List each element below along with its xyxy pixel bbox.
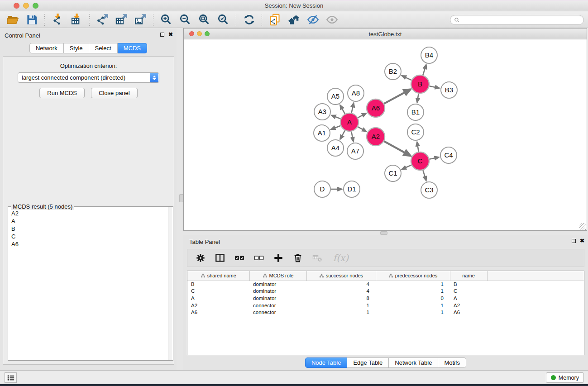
float-table-panel-icon[interactable] xyxy=(572,239,576,243)
table-options-button[interactable] xyxy=(193,251,208,265)
window-resize-grip[interactable] xyxy=(579,223,586,230)
import-table-button[interactable] xyxy=(69,13,84,26)
table-row[interactable]: Cdominator41C xyxy=(187,288,584,295)
graph-edge-A-A5[interactable] xyxy=(340,105,345,114)
table-row[interactable]: A2connector11A2 xyxy=(187,302,584,309)
zoom-selected-button[interactable] xyxy=(216,13,230,26)
table-row[interactable]: A6connector11A6 xyxy=(187,309,584,316)
tab-style[interactable]: Style xyxy=(64,43,89,53)
table-cell[interactable]: 1 xyxy=(306,302,376,309)
graph-node-C3[interactable]: C3 xyxy=(421,182,437,198)
table-cell[interactable]: C xyxy=(187,288,249,295)
close-panel-icon[interactable]: ✖ xyxy=(168,32,173,37)
table-cell[interactable]: connector xyxy=(249,309,306,316)
import-network-button[interactable] xyxy=(50,13,65,26)
table-cell[interactable]: A2 xyxy=(187,302,249,309)
graph-node-A6[interactable]: A6 xyxy=(367,99,385,117)
column-header-predecessor-nodes[interactable]: predecessor nodes xyxy=(376,271,450,281)
result-scrollbar[interactable] xyxy=(168,207,172,360)
table-cell[interactable] xyxy=(487,302,584,309)
tab-network[interactable]: Network xyxy=(29,43,64,53)
graph-edge-C-C1[interactable] xyxy=(402,165,411,169)
hide-selected-button[interactable] xyxy=(306,13,320,26)
optimization-criterion-select[interactable]: largest connected component (directed) xyxy=(18,72,159,83)
table-row[interactable]: Adominator80A xyxy=(187,295,584,302)
graph-node-A2[interactable]: A2 xyxy=(367,128,385,146)
table-cell[interactable]: dominator xyxy=(249,281,306,288)
table-cell[interactable] xyxy=(487,295,584,302)
table-cell[interactable]: dominator xyxy=(249,288,306,295)
graph-node-B3[interactable]: B3 xyxy=(441,82,457,98)
column-header-name[interactable]: name xyxy=(450,271,487,281)
tab-mcds[interactable]: MCDS xyxy=(118,43,147,53)
table-cell[interactable]: A6 xyxy=(450,309,487,316)
graph-edge-A-A1[interactable] xyxy=(331,126,340,129)
table-cell[interactable]: A6 xyxy=(187,309,249,316)
graph-node-B2[interactable]: B2 xyxy=(385,63,401,80)
graph-node-C4[interactable]: C4 xyxy=(440,147,457,163)
memory-button[interactable]: Memory xyxy=(546,372,584,383)
export-table-button[interactable] xyxy=(114,13,129,26)
table-cell[interactable]: C xyxy=(450,288,487,295)
open-file-button[interactable] xyxy=(5,13,20,26)
graph-edge-C-C3[interactable] xyxy=(423,170,426,181)
zoom-in-button[interactable] xyxy=(159,13,173,26)
graph-edge-A-A8[interactable] xyxy=(351,103,354,113)
mcds-result-item[interactable]: A2 xyxy=(9,210,167,217)
save-session-button[interactable] xyxy=(24,13,39,26)
tab-motifs[interactable]: Motifs xyxy=(438,357,466,368)
graph-edge-B-B2[interactable] xyxy=(402,76,411,80)
graph-node-C1[interactable]: C1 xyxy=(385,165,401,181)
graph-node-A3[interactable]: A3 xyxy=(314,104,330,120)
delete-column-button[interactable] xyxy=(290,251,306,265)
tab-select[interactable]: Select xyxy=(89,43,118,53)
table-cell[interactable]: A xyxy=(450,295,487,302)
graph-edge-A6-B[interactable] xyxy=(384,89,410,104)
graph-node-B[interactable]: B xyxy=(411,75,429,93)
tab-network-table[interactable]: Network Table xyxy=(389,357,438,368)
graph-edge-A-A3[interactable] xyxy=(332,115,341,119)
graph-edge-A-A6[interactable] xyxy=(358,113,366,118)
graph-edge-A-A2[interactable] xyxy=(358,127,366,131)
graph-node-A1[interactable]: A1 xyxy=(314,125,330,141)
graph-node-D1[interactable]: D1 xyxy=(344,181,360,197)
column-header-shared-name[interactable]: shared name xyxy=(187,271,249,281)
table-row[interactable]: Bdominator41B xyxy=(187,281,584,288)
first-neighbors-button[interactable] xyxy=(287,13,301,26)
graph-node-A4[interactable]: A4 xyxy=(327,140,344,156)
table-cell[interactable]: B xyxy=(450,281,487,288)
network-graph-canvas[interactable]: B4B2BB3A5A8A6B1A3AC2A1A2A4A7C4CC1C3DD1 xyxy=(184,39,587,230)
table-cell[interactable]: A xyxy=(187,295,249,302)
graph-node-A[interactable]: A xyxy=(340,113,359,131)
mcds-result-item[interactable]: A xyxy=(9,217,167,225)
float-panel-icon[interactable] xyxy=(160,33,164,37)
zoom-out-button[interactable] xyxy=(178,13,192,26)
export-network-button[interactable] xyxy=(95,13,110,26)
table-cell[interactable]: 1 xyxy=(376,309,450,316)
run-mcds-button[interactable]: Run MCDS xyxy=(39,88,85,98)
table-cell[interactable]: dominator xyxy=(249,295,306,302)
graph-node-B4[interactable]: B4 xyxy=(421,47,437,63)
show-all-button[interactable] xyxy=(325,13,339,26)
table-cell[interactable] xyxy=(487,309,584,316)
graph-edge-C-C4[interactable] xyxy=(430,157,439,159)
graph-node-A8[interactable]: A8 xyxy=(348,85,364,101)
table-cell[interactable]: 0 xyxy=(376,295,450,302)
graph-edge-A2-C[interactable] xyxy=(384,141,411,156)
mcds-result-item[interactable]: A6 xyxy=(9,240,167,248)
graph-node-B1[interactable]: B1 xyxy=(407,104,424,120)
zoom-fit-button[interactable] xyxy=(197,13,211,26)
graph-node-C2[interactable]: C2 xyxy=(407,124,424,140)
table-cell[interactable]: A2 xyxy=(450,302,487,309)
graph-node-C[interactable]: C xyxy=(411,152,429,170)
column-header-successor-nodes[interactable]: successor nodes xyxy=(306,271,376,281)
network-from-selection-button[interactable] xyxy=(268,13,282,26)
search-box[interactable] xyxy=(450,15,584,25)
graph-edge-B-B3[interactable] xyxy=(430,86,440,88)
tab-node-table[interactable]: Node Table xyxy=(305,357,348,368)
graph-edge-A-A4[interactable] xyxy=(340,130,345,139)
table-cell[interactable]: 4 xyxy=(306,288,376,295)
graph-edge-B-B1[interactable] xyxy=(417,94,419,103)
table-cell[interactable]: 1 xyxy=(376,281,450,288)
select-all-columns-button[interactable] xyxy=(232,251,247,265)
